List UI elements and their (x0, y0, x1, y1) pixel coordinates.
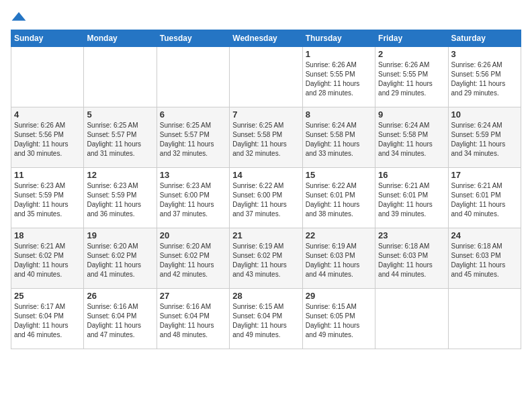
day-info: Sunrise: 6:15 AM Sunset: 6:04 PM Dayligh… (232, 302, 299, 340)
day-info: Sunrise: 6:25 AM Sunset: 5:57 PM Dayligh… (87, 121, 153, 158)
calendar-cell: 27Sunrise: 6:16 AM Sunset: 6:04 PM Dayli… (157, 289, 229, 349)
day-info: Sunrise: 6:19 AM Sunset: 6:02 PM Dayligh… (232, 242, 299, 279)
calendar-cell (84, 47, 157, 107)
calendar-week-row: 1Sunrise: 6:26 AM Sunset: 5:55 PM Daylig… (11, 47, 521, 107)
day-info: Sunrise: 6:18 AM Sunset: 6:03 PM Dayligh… (451, 242, 518, 279)
calendar-cell: 1Sunrise: 6:26 AM Sunset: 5:55 PM Daylig… (302, 47, 375, 107)
day-number: 1 (306, 49, 372, 59)
logo (11, 11, 30, 24)
day-info: Sunrise: 6:25 AM Sunset: 5:58 PM Dayligh… (232, 121, 299, 158)
calendar-cell: 23Sunrise: 6:18 AM Sunset: 6:03 PM Dayli… (375, 228, 448, 289)
day-info: Sunrise: 6:16 AM Sunset: 6:04 PM Dayligh… (160, 302, 226, 340)
calendar-cell: 26Sunrise: 6:16 AM Sunset: 6:04 PM Dayli… (84, 289, 157, 349)
day-info: Sunrise: 6:25 AM Sunset: 5:57 PM Dayligh… (160, 121, 226, 158)
calendar-week-row: 25Sunrise: 6:17 AM Sunset: 6:04 PM Dayli… (11, 289, 521, 349)
day-info: Sunrise: 6:21 AM Sunset: 6:01 PM Dayligh… (451, 181, 518, 219)
day-number: 22 (306, 230, 372, 240)
calendar-cell: 8Sunrise: 6:24 AM Sunset: 5:58 PM Daylig… (302, 107, 375, 168)
day-info: Sunrise: 6:15 AM Sunset: 6:05 PM Dayligh… (306, 302, 372, 340)
calendar-cell: 20Sunrise: 6:20 AM Sunset: 6:02 PM Dayli… (157, 228, 229, 289)
calendar-cell: 4Sunrise: 6:26 AM Sunset: 5:56 PM Daylig… (11, 107, 84, 168)
day-info: Sunrise: 6:21 AM Sunset: 6:01 PM Dayligh… (378, 181, 445, 219)
calendar-cell (448, 289, 521, 349)
day-number: 14 (232, 170, 299, 180)
day-info: Sunrise: 6:23 AM Sunset: 6:00 PM Dayligh… (160, 181, 226, 219)
calendar-cell: 10Sunrise: 6:24 AM Sunset: 5:59 PM Dayli… (448, 107, 521, 168)
calendar-cell: 18Sunrise: 6:21 AM Sunset: 6:02 PM Dayli… (11, 228, 84, 289)
calendar-cell: 28Sunrise: 6:15 AM Sunset: 6:04 PM Dayli… (230, 289, 302, 349)
day-info: Sunrise: 6:19 AM Sunset: 6:03 PM Dayligh… (306, 242, 372, 279)
calendar-week-row: 18Sunrise: 6:21 AM Sunset: 6:02 PM Dayli… (11, 228, 521, 289)
day-number: 17 (451, 170, 518, 180)
day-number: 9 (378, 109, 445, 120)
day-info: Sunrise: 6:22 AM Sunset: 6:00 PM Dayligh… (232, 181, 299, 219)
day-number: 25 (14, 291, 81, 301)
calendar-table: SundayMondayTuesdayWednesdayThursdayFrid… (11, 30, 521, 349)
calendar-cell: 6Sunrise: 6:25 AM Sunset: 5:57 PM Daylig… (157, 107, 229, 168)
day-info: Sunrise: 6:26 AM Sunset: 5:55 PM Dayligh… (378, 60, 445, 98)
day-number: 21 (232, 230, 299, 240)
day-info: Sunrise: 6:24 AM Sunset: 5:58 PM Dayligh… (378, 121, 445, 158)
calendar-cell (230, 47, 302, 107)
calendar-cell: 29Sunrise: 6:15 AM Sunset: 6:05 PM Dayli… (302, 289, 375, 349)
day-info: Sunrise: 6:22 AM Sunset: 6:01 PM Dayligh… (306, 181, 372, 219)
calendar-cell: 12Sunrise: 6:23 AM Sunset: 5:59 PM Dayli… (84, 168, 157, 228)
day-info: Sunrise: 6:23 AM Sunset: 5:59 PM Dayligh… (14, 181, 81, 219)
calendar-cell: 2Sunrise: 6:26 AM Sunset: 5:55 PM Daylig… (375, 47, 448, 107)
day-number: 6 (160, 109, 226, 120)
calendar-cell: 17Sunrise: 6:21 AM Sunset: 6:01 PM Dayli… (448, 168, 521, 228)
day-number: 28 (232, 291, 299, 301)
calendar-cell: 19Sunrise: 6:20 AM Sunset: 6:02 PM Dayli… (84, 228, 157, 289)
weekday-header-sunday: Sunday (11, 30, 84, 47)
calendar-cell: 16Sunrise: 6:21 AM Sunset: 6:01 PM Dayli… (375, 168, 448, 228)
day-number: 15 (306, 170, 372, 180)
day-number: 29 (306, 291, 372, 301)
calendar-cell: 3Sunrise: 6:26 AM Sunset: 5:56 PM Daylig… (448, 47, 521, 107)
day-number: 20 (160, 230, 226, 240)
day-number: 2 (378, 49, 445, 59)
day-number: 26 (87, 291, 153, 301)
calendar-week-row: 4Sunrise: 6:26 AM Sunset: 5:56 PM Daylig… (11, 107, 521, 168)
day-number: 7 (232, 109, 299, 120)
weekday-header-saturday: Saturday (448, 30, 521, 47)
day-info: Sunrise: 6:20 AM Sunset: 6:02 PM Dayligh… (160, 242, 226, 279)
day-info: Sunrise: 6:20 AM Sunset: 6:02 PM Dayligh… (87, 242, 153, 279)
calendar-cell (11, 47, 84, 107)
logo-icon (11, 11, 27, 24)
day-number: 11 (14, 170, 81, 180)
calendar-cell (157, 47, 229, 107)
day-info: Sunrise: 6:24 AM Sunset: 5:59 PM Dayligh… (451, 121, 518, 158)
weekday-header-row: SundayMondayTuesdayWednesdayThursdayFrid… (11, 30, 521, 47)
day-number: 24 (451, 230, 518, 240)
calendar-cell: 25Sunrise: 6:17 AM Sunset: 6:04 PM Dayli… (11, 289, 84, 349)
day-number: 19 (87, 230, 153, 240)
calendar-cell: 5Sunrise: 6:25 AM Sunset: 5:57 PM Daylig… (84, 107, 157, 168)
calendar-cell: 11Sunrise: 6:23 AM Sunset: 5:59 PM Dayli… (11, 168, 84, 228)
day-info: Sunrise: 6:26 AM Sunset: 5:56 PM Dayligh… (451, 60, 518, 98)
svg-marker-0 (12, 12, 26, 21)
day-number: 13 (160, 170, 226, 180)
day-number: 27 (160, 291, 226, 301)
calendar-cell: 13Sunrise: 6:23 AM Sunset: 6:00 PM Dayli… (157, 168, 229, 228)
day-number: 8 (306, 109, 372, 120)
weekday-header-monday: Monday (84, 30, 157, 47)
calendar-cell: 15Sunrise: 6:22 AM Sunset: 6:01 PM Dayli… (302, 168, 375, 228)
weekday-header-thursday: Thursday (302, 30, 375, 47)
calendar-cell: 9Sunrise: 6:24 AM Sunset: 5:58 PM Daylig… (375, 107, 448, 168)
day-info: Sunrise: 6:26 AM Sunset: 5:56 PM Dayligh… (14, 121, 81, 158)
day-number: 16 (378, 170, 445, 180)
day-number: 3 (451, 49, 518, 59)
day-info: Sunrise: 6:17 AM Sunset: 6:04 PM Dayligh… (14, 302, 81, 340)
day-info: Sunrise: 6:16 AM Sunset: 6:04 PM Dayligh… (87, 302, 153, 340)
day-info: Sunrise: 6:18 AM Sunset: 6:03 PM Dayligh… (378, 242, 445, 279)
calendar-week-row: 11Sunrise: 6:23 AM Sunset: 5:59 PM Dayli… (11, 168, 521, 228)
day-info: Sunrise: 6:23 AM Sunset: 5:59 PM Dayligh… (87, 181, 153, 219)
day-number: 18 (14, 230, 81, 240)
calendar-cell: 22Sunrise: 6:19 AM Sunset: 6:03 PM Dayli… (302, 228, 375, 289)
day-info: Sunrise: 6:21 AM Sunset: 6:02 PM Dayligh… (14, 242, 81, 279)
day-number: 23 (378, 230, 445, 240)
calendar-cell (375, 289, 448, 349)
calendar-cell: 24Sunrise: 6:18 AM Sunset: 6:03 PM Dayli… (448, 228, 521, 289)
day-number: 4 (14, 109, 81, 120)
weekday-header-tuesday: Tuesday (157, 30, 229, 47)
